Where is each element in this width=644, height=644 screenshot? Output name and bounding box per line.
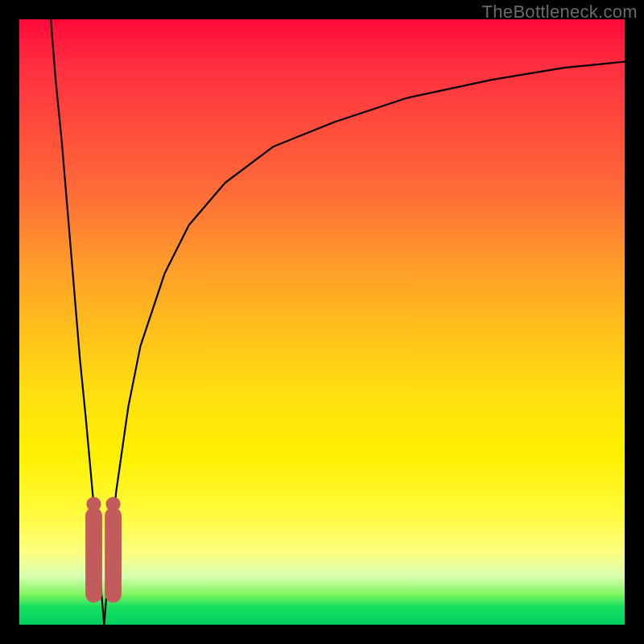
curve-right-branch	[104, 62, 625, 625]
watermark-label: TheBottleneck.com	[482, 2, 638, 23]
marker-dot-right-pill	[106, 497, 121, 511]
chart-frame: TheBottleneck.com	[0, 0, 644, 644]
marker-dot-left-pill	[86, 497, 101, 511]
plot-area	[19, 19, 625, 625]
bottleneck-curve	[19, 19, 625, 625]
